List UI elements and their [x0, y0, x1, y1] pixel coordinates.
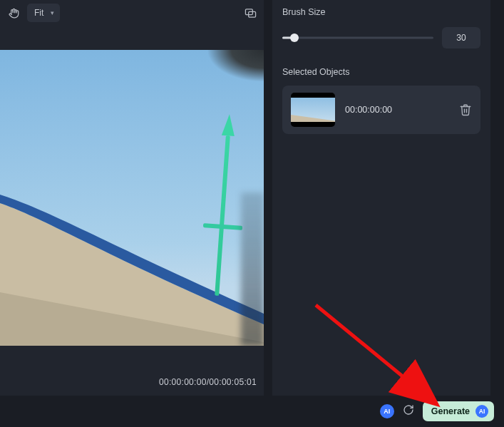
object-timestamp: 00:00:00:00	[345, 105, 449, 115]
brush-size-slider[interactable]	[282, 31, 433, 45]
selected-objects-label: Selected Objects	[282, 67, 480, 77]
properties-panel: Brush Size 30 Selected Objects 00:00:00:…	[272, 0, 490, 396]
ai-badge[interactable]: AI	[380, 404, 394, 418]
preview-toolbar: Fit ▾	[0, 0, 264, 26]
trash-icon	[459, 103, 472, 116]
bottom-bar: AI Generate AI	[0, 396, 504, 427]
delete-object-button[interactable]	[459, 103, 472, 116]
video-viewport[interactable]	[0, 50, 264, 346]
generate-label: Generate	[431, 406, 470, 416]
brush-size-label: Brush Size	[282, 7, 480, 17]
hand-tool-button[interactable]	[4, 4, 23, 22]
compare-icon	[245, 7, 257, 19]
preview-panel: Fit ▾ 00:00:00:00/00:00:05:01	[0, 0, 264, 396]
object-thumbnail	[291, 93, 335, 127]
refresh-button[interactable]	[403, 404, 414, 418]
zoom-select[interactable]: Fit ▾	[27, 4, 60, 22]
compare-button[interactable]	[241, 4, 259, 22]
refresh-icon	[403, 404, 414, 416]
video-frame	[0, 50, 264, 346]
brush-size-value[interactable]: 30	[442, 27, 480, 48]
generate-button[interactable]: Generate AI	[423, 401, 494, 421]
selected-object-item[interactable]: 00:00:00:00	[282, 86, 480, 134]
chevron-down-icon: ▾	[51, 9, 54, 16]
ai-icon: AI	[475, 405, 488, 418]
hand-icon	[9, 8, 19, 19]
slider-thumb[interactable]	[290, 34, 299, 42]
time-readout: 00:00:00:00/00:00:05:01	[0, 367, 264, 396]
zoom-value: Fit	[34, 8, 43, 18]
